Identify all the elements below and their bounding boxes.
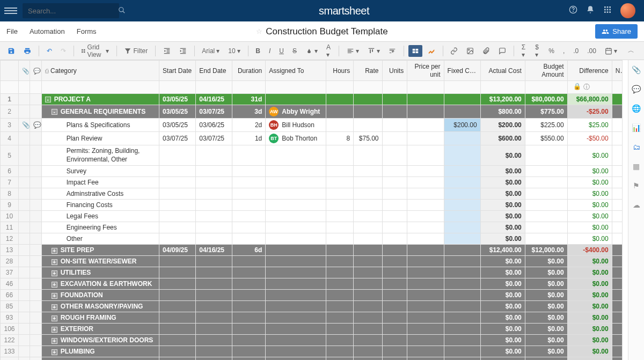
cell-duration[interactable] — [232, 211, 266, 222]
cell-rownum[interactable]: 5 — [1, 145, 19, 166]
grid-row[interactable]: 9Financing Costs$0.00$0.00 — [1, 200, 623, 211]
cell-end[interactable] — [196, 301, 232, 312]
cell-fixed[interactable] — [444, 301, 480, 312]
cell-end[interactable] — [196, 177, 232, 188]
cell-ppu[interactable] — [407, 256, 444, 267]
cell-n[interactable] — [612, 290, 622, 301]
cell-fixed[interactable] — [444, 105, 480, 119]
cell-fixed[interactable] — [444, 166, 480, 177]
date-icon[interactable]: ▾ — [602, 45, 620, 57]
cell-actual[interactable]: $0.00 — [480, 211, 525, 222]
cell-actual[interactable]: $13,200.00 — [480, 94, 525, 105]
cell-assigned[interactable] — [266, 346, 326, 357]
grid-row[interactable]: 37+UTILITIES$0.00$0.00$0.00 — [1, 267, 623, 278]
cell-budget[interactable]: $775.00 — [525, 105, 567, 119]
cell-attach[interactable] — [19, 245, 30, 256]
grid-row[interactable]: 5Permits: Zoning, Building, Environmenta… — [1, 145, 623, 166]
cell-n[interactable] — [612, 105, 622, 119]
cell-category[interactable]: +EXTERIOR — [41, 324, 159, 335]
expand-icon[interactable]: + — [52, 293, 57, 299]
cell-hours[interactable] — [326, 346, 354, 357]
cell-rate[interactable] — [354, 94, 382, 105]
cell-attach[interactable] — [19, 222, 30, 233]
cell-end[interactable] — [196, 335, 232, 346]
cell-rate[interactable] — [354, 312, 382, 324]
cell-units[interactable] — [382, 324, 407, 335]
cell-start[interactable] — [159, 267, 196, 278]
col-budget[interactable]: Budget Amount — [525, 61, 567, 81]
cell-hours[interactable] — [326, 245, 354, 256]
cell-ppu[interactable] — [407, 245, 444, 256]
search-box[interactable] — [23, 3, 119, 18]
menu-forms[interactable]: Forms — [77, 27, 97, 35]
cell-rate[interactable] — [354, 256, 382, 267]
expand-icon[interactable]: + — [52, 349, 57, 355]
cell-units[interactable] — [382, 256, 407, 267]
menu-hamburger-icon[interactable] — [4, 4, 17, 17]
cell-attach[interactable] — [19, 335, 30, 346]
cell-comment[interactable] — [30, 312, 41, 324]
cell-end[interactable] — [196, 346, 232, 357]
highlight-icon[interactable] — [425, 45, 438, 57]
cell-rownum[interactable]: 122 — [1, 335, 19, 346]
cell-diff[interactable]: $0.00 — [567, 335, 612, 346]
panel-activity-icon[interactable]: 📊 — [632, 123, 641, 132]
cell-attach[interactable] — [19, 145, 30, 166]
cell-comment[interactable] — [30, 222, 41, 233]
thousands-icon[interactable]: , — [560, 45, 568, 57]
grid-row[interactable]: 93+ROUGH FRAMING$0.00$0.00$0.00 — [1, 312, 623, 324]
cell-rate[interactable] — [354, 188, 382, 200]
sum-icon[interactable]: Σ ▾ — [518, 41, 530, 61]
cell-budget[interactable] — [525, 177, 567, 188]
cell-fixed[interactable] — [444, 233, 480, 245]
cell-diff[interactable]: $0.00 — [567, 290, 612, 301]
cell-rate[interactable] — [354, 267, 382, 278]
cell-budget[interactable] — [525, 188, 567, 200]
cell-units[interactable] — [382, 301, 407, 312]
cell-comment[interactable]: 💬 — [30, 119, 41, 132]
cell-start[interactable]: 03/05/25 — [159, 119, 196, 132]
cell-assigned[interactable] — [266, 211, 326, 222]
cell-end[interactable] — [196, 233, 232, 245]
cell-actual[interactable]: $0.00 — [480, 312, 525, 324]
cell-attach[interactable] — [19, 200, 30, 211]
cell-rownum[interactable]: 11 — [1, 222, 19, 233]
cell-category[interactable]: +WINDOWS/EXTERIOR DOORS — [41, 335, 159, 346]
cell-fixed[interactable] — [444, 346, 480, 357]
align-left-icon[interactable]: ▾ — [343, 45, 362, 57]
cell-end[interactable] — [196, 145, 232, 166]
cell-fixed[interactable] — [444, 132, 480, 145]
cell-n[interactable] — [612, 335, 622, 346]
cell-ppu[interactable] — [407, 267, 444, 278]
cell-assigned[interactable] — [266, 177, 326, 188]
cell-start[interactable] — [159, 312, 196, 324]
cell-start[interactable]: 03/05/25 — [159, 105, 196, 119]
cell-assigned[interactable] — [266, 324, 326, 335]
menu-file[interactable]: File — [6, 27, 18, 35]
cell-duration[interactable] — [232, 200, 266, 211]
cell-duration[interactable] — [232, 233, 266, 245]
cell-end[interactable] — [196, 290, 232, 301]
col-actual[interactable]: Actual Cost — [480, 61, 525, 81]
decimal-dec-icon[interactable]: .0 — [570, 45, 582, 57]
cell-rownum[interactable]: 143 — [1, 357, 19, 360]
cell-rownum[interactable]: 28 — [1, 256, 19, 267]
cell-start[interactable] — [159, 188, 196, 200]
cell-assigned[interactable] — [266, 290, 326, 301]
cell-assigned[interactable] — [266, 94, 326, 105]
cell-n[interactable] — [612, 222, 622, 233]
cell-rownum[interactable]: 10 — [1, 211, 19, 222]
grid-row[interactable]: 1-PROJECT A03/05/2504/16/2531d$13,200.00… — [1, 94, 623, 105]
cell-category[interactable]: Permits: Zoning, Building, Environmental… — [41, 145, 159, 166]
cell-hours[interactable] — [326, 312, 354, 324]
panel-attach-icon[interactable]: 📎 — [632, 65, 641, 74]
expand-icon[interactable]: + — [52, 259, 57, 265]
cell-budget[interactable]: $0.00 — [525, 256, 567, 267]
cell-attach[interactable] — [19, 177, 30, 188]
expand-icon[interactable]: + — [52, 338, 57, 344]
cell-comment[interactable] — [30, 177, 41, 188]
cell-fixed[interactable] — [444, 267, 480, 278]
col-end[interactable]: End Date — [196, 61, 232, 81]
cell-attach[interactable] — [19, 166, 30, 177]
cell-actual[interactable]: $0.00 — [480, 233, 525, 245]
